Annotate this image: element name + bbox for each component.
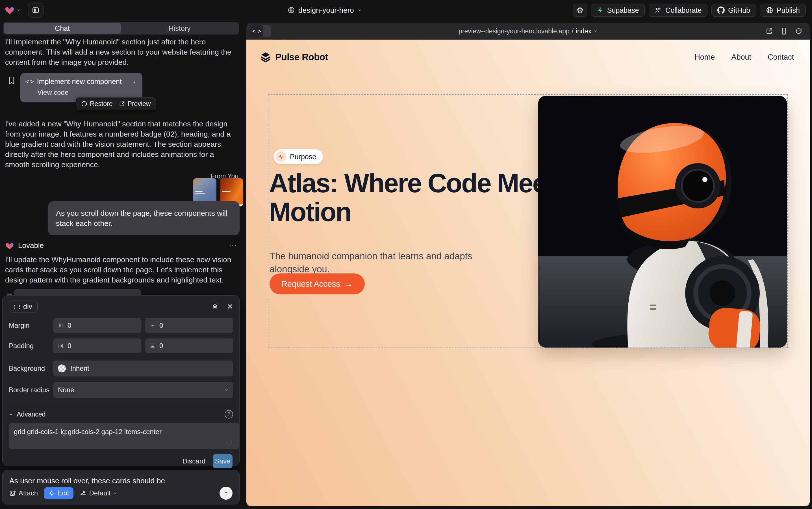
supabase-button[interactable]: Supabase bbox=[591, 4, 645, 17]
mobile-view-icon[interactable] bbox=[780, 27, 788, 35]
chevron-down-icon bbox=[358, 8, 362, 12]
view-code-link[interactable]: View code bbox=[37, 89, 137, 96]
help-icon[interactable]: ? bbox=[225, 410, 233, 418]
padding-label: Padding bbox=[9, 342, 53, 350]
lovable-heart-icon bbox=[4, 5, 15, 15]
chat-mode-select[interactable]: Default bbox=[80, 489, 117, 497]
project-switcher[interactable]: design-your-hero bbox=[288, 0, 362, 20]
site-header: Pulse Robot Home About Contact bbox=[246, 40, 810, 63]
preview-button[interactable]: Preview bbox=[119, 100, 151, 108]
hero-heading: Atlas: Where Code Meets Motion bbox=[269, 169, 571, 226]
background-picker[interactable]: Inherit bbox=[53, 361, 233, 376]
composer-draft-text[interactable]: As user mouse roll over, these cards sho… bbox=[9, 476, 232, 485]
padding-x-icon bbox=[58, 343, 64, 349]
selected-hero-section[interactable]: Purpose Atlas: Where Code Meets Motion T… bbox=[268, 94, 788, 348]
user-message: As you scroll down the page, these compo… bbox=[48, 201, 239, 235]
restore-button[interactable]: Restore bbox=[81, 100, 113, 108]
arrow-right-icon: → bbox=[345, 279, 353, 289]
sidebar-tabs: Chat History bbox=[3, 22, 239, 34]
chevron-down-icon bbox=[9, 412, 13, 416]
padding-x-input[interactable]: 0 bbox=[53, 338, 141, 353]
attach-image-icon bbox=[9, 490, 16, 497]
nav-about[interactable]: About bbox=[731, 53, 751, 62]
robot-hero-image bbox=[538, 96, 787, 347]
background-label: Background bbox=[9, 365, 53, 372]
selected-element-chip[interactable]: div bbox=[9, 301, 38, 312]
project-name: design-your-hero bbox=[298, 6, 354, 15]
border-radius-label: Border radius bbox=[9, 386, 53, 394]
github-button[interactable]: GitHub bbox=[711, 4, 756, 17]
margin-y-input[interactable]: 0 bbox=[145, 318, 233, 333]
border-radius-select[interactable]: None bbox=[53, 382, 233, 398]
padding-y-icon bbox=[150, 343, 155, 349]
pulse-icon-wrap bbox=[276, 151, 287, 162]
arrow-up-icon: ↑ bbox=[224, 489, 228, 498]
chevron-down-icon bbox=[113, 491, 117, 496]
hero-subheading: The humanoid companion that learns and a… bbox=[269, 250, 513, 275]
restore-icon bbox=[81, 101, 87, 107]
assistant-message-added: I've added a new "Why Humanoid" section … bbox=[5, 119, 238, 170]
padding-y-input[interactable]: 0 bbox=[145, 338, 233, 353]
sidebar-toggle-button[interactable] bbox=[28, 3, 43, 18]
lovable-menu-button[interactable] bbox=[4, 5, 21, 15]
nav-contact[interactable]: Contact bbox=[768, 53, 794, 62]
site-brand[interactable]: Pulse Robot bbox=[260, 52, 328, 63]
trash-icon[interactable] bbox=[212, 303, 218, 310]
site-preview: Pulse Robot Home About Contact Purpose A… bbox=[246, 40, 810, 506]
preview-url[interactable]: preview--design-your-hero.lovable.app bbox=[458, 27, 569, 35]
lovable-name: Lovable bbox=[18, 241, 44, 250]
pulse-icon bbox=[278, 153, 285, 160]
bookmark-icon[interactable] bbox=[8, 76, 15, 86]
request-access-button[interactable]: Request Access → bbox=[269, 273, 365, 294]
padding-row: Padding 0 0 bbox=[6, 338, 236, 353]
preview-page[interactable]: index bbox=[576, 27, 591, 35]
layers-logo-icon bbox=[260, 52, 271, 63]
assistant-message-implement: I'll implement the "Why Humanoid" sectio… bbox=[5, 37, 238, 67]
gear-icon: ⚙ bbox=[576, 6, 583, 15]
element-box-icon bbox=[14, 304, 20, 309]
code-view-toggle[interactable]: < > bbox=[250, 25, 271, 37]
panel-toggle-icon bbox=[32, 6, 39, 14]
preview-header: < > preview--design-your-hero.lovable.ap… bbox=[246, 23, 810, 40]
background-row: Background Inherit bbox=[6, 361, 236, 376]
sliders-icon bbox=[80, 490, 86, 497]
lovable-message-header: Lovable ⋯ bbox=[5, 241, 237, 250]
publish-button[interactable]: Publish bbox=[760, 4, 806, 17]
margin-label: Margin bbox=[9, 321, 53, 330]
collaborate-button[interactable]: Collaborate bbox=[649, 4, 707, 17]
collaborate-icon bbox=[655, 6, 662, 14]
send-button[interactable]: ↑ bbox=[220, 487, 232, 500]
github-icon bbox=[717, 6, 725, 14]
attach-button[interactable]: Attach bbox=[9, 489, 38, 497]
globe-icon bbox=[288, 6, 295, 14]
chat-composer[interactable]: As user mouse roll over, these cards sho… bbox=[2, 470, 239, 505]
chevron-right-icon bbox=[132, 79, 137, 84]
refresh-icon[interactable] bbox=[795, 27, 802, 35]
transparency-swatch-icon bbox=[58, 365, 66, 372]
target-icon bbox=[48, 490, 55, 496]
close-icon[interactable]: ✕ bbox=[227, 302, 233, 311]
advanced-section-toggle[interactable]: Advanced ? bbox=[6, 406, 236, 418]
border-radius-value: None bbox=[58, 386, 74, 394]
publish-globe-icon bbox=[766, 6, 773, 14]
tab-history[interactable]: History bbox=[121, 23, 238, 34]
settings-button[interactable]: ⚙ bbox=[573, 4, 587, 17]
chevron-down-icon bbox=[594, 29, 597, 33]
topbar-left bbox=[0, 3, 43, 18]
open-in-new-tab-icon[interactable] bbox=[766, 27, 773, 35]
topbar-actions: ⚙ Supabase Collaborate GitHub Publish bbox=[573, 4, 812, 17]
resize-handle[interactable] bbox=[227, 440, 231, 444]
nav-home[interactable]: Home bbox=[695, 53, 715, 62]
component-card-title: Implement new component bbox=[37, 77, 122, 86]
version-hover-actions: Restore Preview bbox=[76, 97, 156, 110]
supabase-icon bbox=[597, 7, 604, 13]
tailwind-classes-input[interactable]: grid grid-cols-1 lg:grid-cols-2 gap-12 i… bbox=[9, 423, 239, 449]
tab-chat[interactable]: Chat bbox=[4, 23, 121, 34]
code-icon: < > bbox=[250, 25, 263, 37]
margin-x-input[interactable]: 0 bbox=[53, 318, 141, 333]
discard-button[interactable]: Discard bbox=[183, 457, 206, 465]
edit-mode-button[interactable]: Edit bbox=[44, 487, 73, 499]
message-menu-button[interactable]: ⋯ bbox=[229, 241, 237, 250]
save-button[interactable]: Save bbox=[213, 454, 232, 468]
site-nav: Home About Contact bbox=[695, 53, 794, 62]
